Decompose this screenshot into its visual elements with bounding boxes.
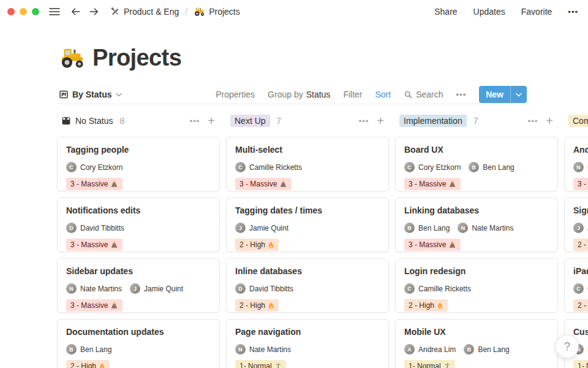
updates-button[interactable]: Updates [473, 7, 505, 17]
project-card[interactable]: Documentation updates BBen Lang 2 - High [57, 319, 220, 368]
filter-button[interactable]: Filter [343, 90, 362, 99]
column-count: 8 [119, 116, 124, 126]
badge-row: 1- Normal [404, 360, 549, 368]
more-options-icon[interactable]: ••• [568, 7, 578, 17]
project-card[interactable]: Notifications edits DDavid Tibbitts 3 - … [57, 197, 220, 252]
column-name[interactable]: Com [568, 115, 588, 127]
column-more-button[interactable]: ••• [359, 117, 369, 126]
badge-row: 2 - High [235, 299, 380, 312]
assignee: AAndrea Lim [404, 344, 456, 355]
properties-button[interactable]: Properties [216, 90, 255, 99]
priority-label: 3 - Massive [409, 240, 446, 249]
assignee-name: Cory Etzkorn [418, 163, 461, 172]
column-name[interactable]: Next Up [230, 115, 270, 127]
assignee: JJamie Quint [130, 283, 183, 294]
card-list: Tagging people CCory Etzkorn 3 - Massive… [57, 137, 220, 368]
avatar: B [464, 344, 474, 355]
avatar: N [458, 223, 468, 233]
card-list: And NN 3 - Sign JJ 2 - iPad CC 2 - Cus N… [564, 137, 588, 368]
assignee: CCamille Ricketts [404, 283, 471, 294]
column-more-button[interactable]: ••• [528, 117, 538, 126]
group-by-label: Group by [268, 90, 303, 99]
close-window-button[interactable] [7, 8, 15, 15]
help-button[interactable]: ? [556, 335, 579, 358]
sidebar-toggle-icon[interactable] [49, 7, 60, 16]
favorite-button[interactable]: Favorite [521, 7, 552, 17]
project-card[interactable]: Sign JJ 2 - [564, 197, 588, 252]
breadcrumb: Product & Eng / Projects [110, 7, 240, 17]
project-card[interactable]: Inline databases DDavid Tibbitts 2 - Hig… [226, 258, 389, 313]
priority-label: 3 - Massive [70, 240, 108, 249]
assignee-name: Nate Martins [472, 224, 513, 232]
breadcrumb-item-page[interactable]: Projects [194, 7, 240, 17]
project-card[interactable]: Board UX CCory EtzkornBBen Lang 3 - Mass… [395, 137, 558, 191]
card-list: Multi-select CCamille Ricketts 3 - Massi… [226, 137, 389, 368]
kanban-board: No Status 8 ••• + Tagging people CCory E… [57, 114, 588, 368]
new-dropdown-chevron-icon[interactable] [510, 86, 527, 103]
search-button[interactable]: Search [404, 90, 443, 99]
priority-label: 2 - [578, 240, 586, 249]
view-toolbar: By Status Properties Group by Status Fil… [59, 85, 527, 104]
priority-label: 2 - [578, 301, 586, 310]
new-button[interactable]: New [479, 86, 510, 103]
project-card[interactable]: Sidebar updates NNate MartinsJJamie Quin… [57, 258, 220, 313]
minimize-window-button[interactable] [20, 8, 27, 15]
priority-badge: 1- Normal [235, 360, 286, 368]
card-title: Documentation updates [66, 326, 211, 337]
assignee-name: Andrea Lim [418, 345, 456, 354]
badge-row: 3 - Massive [66, 299, 211, 312]
badge-row: 2 - High [404, 299, 549, 312]
view-name: By Status [72, 90, 112, 99]
project-card[interactable]: Multi-select CCamille Ricketts 3 - Massi… [226, 137, 389, 191]
breadcrumb-item-workspace[interactable]: Product & Eng [110, 7, 179, 17]
priority-badge: 2 - High [66, 360, 110, 368]
project-card[interactable]: Linking databases BBen LangNNate Martins… [395, 197, 558, 252]
assignee-name: Nate Martins [80, 285, 122, 293]
avatar: D [235, 283, 246, 294]
assignee: CC [573, 283, 588, 294]
avatar: B [404, 223, 415, 233]
badge-row: 1- Normal [235, 360, 380, 368]
share-button[interactable]: Share [434, 7, 457, 17]
column-more-button[interactable]: ••• [190, 117, 200, 126]
column-name[interactable]: No Status [75, 116, 113, 126]
project-card[interactable]: And NN 3 - [564, 137, 588, 191]
project-card[interactable]: Login redesign CCamille Ricketts 2 - Hig… [395, 258, 558, 313]
project-card[interactable]: Tagging people CCory Etzkorn 3 - Massive [57, 137, 220, 191]
project-card[interactable]: Mobile UX AAndrea LimBBen Lang 1- Normal [395, 319, 558, 368]
page-title[interactable]: Projects [59, 45, 588, 71]
tractor-icon [59, 47, 86, 69]
back-arrow-icon[interactable] [70, 7, 81, 17]
project-card[interactable]: Tagging dates / times JJamie Quint 2 - H… [226, 197, 389, 252]
priority-badge: 2 - [573, 299, 588, 312]
view-switcher[interactable]: By Status [59, 90, 122, 99]
volcano-icon [110, 180, 118, 188]
assignee-name: Ben Lang [418, 224, 450, 232]
column-add-button[interactable]: + [546, 115, 553, 127]
badge-row: 3 - Massive [404, 178, 549, 190]
assignee-list: CCamille Ricketts [404, 283, 549, 294]
chevron-down-icon [116, 93, 122, 97]
column-count: 7 [473, 116, 478, 126]
fire-icon [99, 362, 105, 368]
priority-badge: 3 - Massive [66, 299, 123, 312]
assignee-name: Jamie Quint [249, 224, 288, 232]
card-title: Cus [573, 326, 588, 337]
tractor-icon [194, 7, 205, 17]
column-add-button[interactable]: + [208, 115, 215, 127]
badge-row: 2 - High [235, 239, 380, 251]
forward-arrow-icon[interactable] [89, 7, 99, 17]
column-add-button[interactable]: + [377, 115, 384, 127]
badge-row: 3 - [573, 178, 588, 190]
avatar: C [573, 283, 584, 294]
search-icon [404, 90, 413, 99]
card-title: And [573, 144, 588, 155]
zoom-window-button[interactable] [32, 8, 39, 15]
column-name[interactable]: Implementation [399, 115, 467, 127]
project-card[interactable]: Page navigation NNate Martins 1- Normal [226, 319, 389, 368]
view-more-icon[interactable]: ••• [456, 90, 467, 99]
avatar: N [235, 344, 246, 355]
sort-button[interactable]: Sort [375, 90, 391, 99]
project-card[interactable]: iPad CC 2 - [564, 258, 588, 313]
group-by-button[interactable]: Group by Status [268, 90, 330, 99]
